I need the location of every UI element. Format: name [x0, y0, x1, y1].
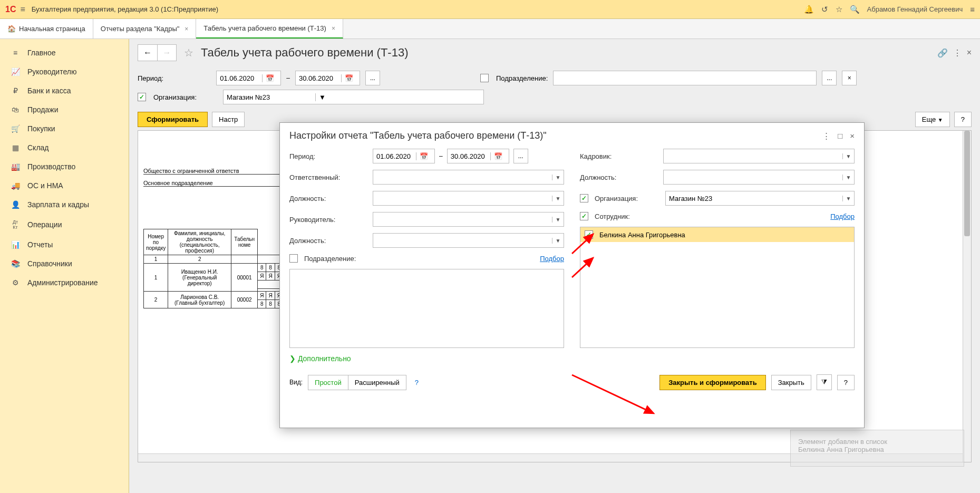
- chevron-down-icon[interactable]: ▼: [842, 196, 854, 201]
- chevron-down-icon[interactable]: ▼: [315, 93, 329, 101]
- org-checkbox[interactable]: [580, 194, 588, 202]
- calendar-icon[interactable]: 📅: [262, 74, 277, 82]
- sidebar-item-operations[interactable]: Дт КтОперации: [0, 214, 129, 235]
- date-to-field[interactable]: [299, 74, 341, 82]
- sidebar-item-admin[interactable]: ⚙Администрирование: [0, 273, 129, 292]
- sidebar-item-refs[interactable]: 📚Справочники: [0, 254, 129, 273]
- calendar-icon[interactable]: 📅: [341, 74, 356, 82]
- sidebar-item-reports[interactable]: 📊Отчеты: [0, 235, 129, 254]
- bell-icon[interactable]: 🔔: [804, 5, 814, 14]
- filter-icon-button[interactable]: ⧩: [817, 374, 832, 390]
- view-simple[interactable]: Простой: [308, 375, 348, 390]
- manager-field[interactable]: [373, 216, 552, 224]
- dlg-date-from[interactable]: 📅: [373, 149, 435, 163]
- position2-field[interactable]: [373, 237, 552, 245]
- dlg-date-to[interactable]: 📅: [447, 149, 509, 163]
- dialog-maximize-icon[interactable]: □: [838, 131, 842, 141]
- hamburger-icon[interactable]: ≡: [20, 5, 25, 14]
- view-extended[interactable]: Расширенный: [348, 375, 406, 390]
- select-employee-link[interactable]: Подбор: [830, 212, 855, 220]
- favorite-icon[interactable]: ☆: [184, 46, 193, 59]
- sidebar-item-salary[interactable]: 👤Зарплата и кадры: [0, 195, 129, 214]
- responsible-field[interactable]: [373, 173, 552, 181]
- chevron-down-icon[interactable]: ▼: [552, 175, 564, 180]
- sidebar-item-purchases[interactable]: 🛒Покупки: [0, 119, 129, 138]
- chevron-down-icon[interactable]: ▼: [552, 238, 564, 244]
- dept-clear-button[interactable]: ×: [842, 71, 857, 85]
- user-menu-icon[interactable]: ≡: [970, 5, 975, 14]
- link-icon[interactable]: 🔗: [937, 48, 948, 58]
- org-field[interactable]: [227, 93, 315, 101]
- org-input[interactable]: ▼: [665, 191, 855, 206]
- tab-home[interactable]: 🏠 Начальная страница: [0, 19, 93, 38]
- sidebar-item-sales[interactable]: 🛍Продажи: [0, 100, 129, 119]
- sidebar-item-main[interactable]: ≡Главное: [0, 43, 129, 62]
- hr-input[interactable]: ▼: [663, 149, 855, 163]
- close-icon[interactable]: ×: [332, 25, 335, 32]
- close-and-generate-button[interactable]: Закрыть и сформировать: [659, 375, 766, 390]
- dialog-close-icon[interactable]: ×: [850, 131, 855, 141]
- dialog-more-icon[interactable]: ⋮: [822, 131, 830, 141]
- dialog-help-button[interactable]: ?: [837, 375, 855, 390]
- more-icon[interactable]: ⋮: [953, 48, 962, 58]
- star-icon[interactable]: ☆: [836, 5, 842, 14]
- date-to-input[interactable]: 📅: [295, 71, 360, 85]
- dlg-date-from-field[interactable]: [376, 152, 416, 160]
- period-picker-button[interactable]: ...: [365, 71, 380, 85]
- sidebar-item-assets[interactable]: 🚚ОС и НМА: [0, 176, 129, 195]
- dlg-date-to-field[interactable]: [451, 152, 490, 160]
- sidebar-item-production[interactable]: 🏭Производство: [0, 157, 129, 176]
- nav-forward[interactable]: →: [157, 45, 176, 61]
- chevron-down-icon[interactable]: ▼: [842, 153, 854, 159]
- calendar-icon[interactable]: 📅: [490, 152, 506, 160]
- org-checkbox[interactable]: [138, 93, 146, 101]
- nav-back[interactable]: ←: [138, 45, 157, 61]
- chevron-down-icon[interactable]: ▼: [552, 217, 564, 223]
- employee-row-checkbox[interactable]: [585, 230, 593, 239]
- chevron-down-icon[interactable]: ▼: [842, 175, 854, 180]
- more-button[interactable]: Еще ▼: [915, 112, 950, 127]
- org-input[interactable]: ▼: [223, 90, 484, 104]
- close-page-icon[interactable]: ×: [967, 48, 972, 58]
- history-icon[interactable]: ↺: [821, 5, 828, 14]
- date-from-field[interactable]: [220, 74, 262, 82]
- position-input[interactable]: ▼: [373, 191, 564, 206]
- org-field[interactable]: [666, 195, 842, 202]
- chevron-down-icon[interactable]: ▼: [552, 196, 564, 201]
- employee-row[interactable]: Белкина Анна Григорьевна: [580, 227, 854, 242]
- tab-timesheet[interactable]: Табель учета рабочего времени (Т-13) ×: [196, 19, 343, 38]
- search-icon[interactable]: 🔍: [850, 5, 860, 14]
- dept-dots-button[interactable]: ...: [822, 71, 837, 85]
- responsible-input[interactable]: ▼: [373, 170, 564, 185]
- dept-listbox[interactable]: [289, 269, 564, 348]
- close-button[interactable]: Закрыть: [771, 375, 811, 390]
- employee-checkbox[interactable]: [580, 212, 588, 220]
- generate-button[interactable]: Сформировать: [138, 112, 208, 127]
- date-from-input[interactable]: 📅: [216, 71, 281, 85]
- dept-checkbox[interactable]: [289, 254, 298, 263]
- hr-field[interactable]: [664, 152, 842, 160]
- sidebar-item-bank[interactable]: ₽Банк и касса: [0, 81, 129, 100]
- position-field[interactable]: [373, 195, 552, 202]
- position2-input[interactable]: ▼: [373, 233, 564, 248]
- username[interactable]: Абрамов Геннадий Сергеевич: [867, 5, 963, 13]
- dept-input[interactable]: [553, 71, 817, 85]
- dept-field[interactable]: [557, 74, 645, 82]
- close-icon[interactable]: ×: [185, 25, 188, 33]
- additional-toggle[interactable]: ❯ Дополнительно: [280, 348, 864, 369]
- dept-checkbox[interactable]: [480, 74, 489, 82]
- scrollbar-vertical[interactable]: [963, 131, 971, 462]
- manager-input[interactable]: ▼: [373, 212, 564, 227]
- notification-toast[interactable]: Элемент добавлен в список Белкина Анна Г…: [790, 430, 964, 467]
- tab-reports[interactable]: Отчеты раздела "Кадры" ×: [93, 19, 197, 38]
- select-dept-link[interactable]: Подбор: [540, 255, 564, 263]
- employee-listbox[interactable]: Белкина Анна Григорьевна: [580, 227, 855, 348]
- position3-field[interactable]: [664, 173, 842, 181]
- sidebar-item-stock[interactable]: ▦Склад: [0, 138, 129, 157]
- view-help-link[interactable]: ?: [415, 379, 419, 386]
- period-picker-button[interactable]: ...: [513, 149, 528, 163]
- settings-button[interactable]: Настр: [212, 112, 245, 127]
- calendar-icon[interactable]: 📅: [416, 152, 431, 160]
- position3-input[interactable]: ▼: [663, 170, 855, 185]
- sidebar-item-manager[interactable]: 📈Руководителю: [0, 62, 129, 81]
